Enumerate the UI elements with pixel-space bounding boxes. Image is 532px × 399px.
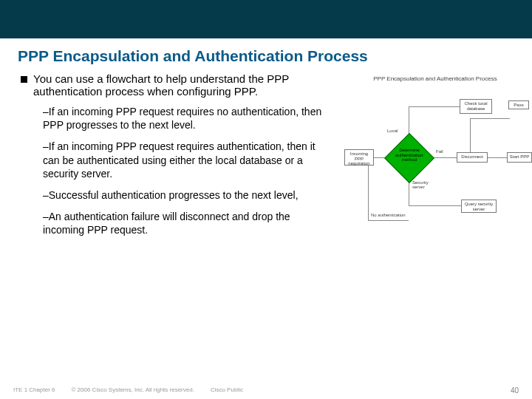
flow-line xyxy=(470,118,510,119)
label-fail: Fail xyxy=(436,149,443,154)
node-pass: Pass xyxy=(508,100,529,109)
flow-line xyxy=(486,157,508,158)
flowchart-diagram: PPP Encapsulation and Authentication Pro… xyxy=(338,72,532,309)
sub-bullet: –If an incoming PPP request requires aut… xyxy=(43,140,338,180)
label-local: Local xyxy=(387,129,398,133)
flow-line xyxy=(368,220,409,221)
diagram-title: PPP Encapsulation and Authentication Pro… xyxy=(338,72,532,86)
sub-bullet: –Successful authentication progresses to… xyxy=(43,188,338,202)
page-title: PPP Encapsulation and Authentication Pro… xyxy=(0,38,532,72)
footer-copyright: © 2006 Cisco Systems, Inc. All rights re… xyxy=(71,386,194,395)
footer: ITE 1 Chapter 6 © 2006 Cisco Systems, In… xyxy=(0,386,532,395)
content-area: You can use a flowchart to help understa… xyxy=(0,72,532,309)
sub-bullets: –If an incoming PPP request requires no … xyxy=(21,105,338,237)
text-column: You can use a flowchart to help understa… xyxy=(21,72,338,309)
node-determine-text: Determine authentication method xyxy=(389,148,430,163)
node-query-security: Query security server xyxy=(461,200,497,213)
node-start-ppp: Start PPP xyxy=(507,152,532,163)
flow-line xyxy=(368,166,369,220)
footer-public: Cisco Public xyxy=(211,386,243,395)
node-check-local: Check local database xyxy=(460,99,492,114)
flow-line xyxy=(409,106,460,107)
bullet-square-icon xyxy=(21,76,27,83)
page-number: 40 xyxy=(511,386,519,395)
node-disconnect: Disconnect xyxy=(457,152,488,163)
flow-line xyxy=(409,205,462,206)
flow-line xyxy=(409,106,409,118)
label-noauth: No authentication xyxy=(371,213,406,217)
node-incoming: Incoming PPP negotiation xyxy=(344,149,374,166)
main-bullet: You can use a flowchart to help understa… xyxy=(21,72,338,98)
label-security: Security server xyxy=(412,180,437,189)
header-bar xyxy=(0,0,532,38)
sub-bullet: –If an incoming PPP request requires no … xyxy=(43,105,338,132)
footer-chapter: ITE 1 Chapter 6 xyxy=(13,386,55,395)
sub-bullet: –An authentication failure will disconne… xyxy=(43,210,338,236)
main-bullet-text: You can use a flowchart to help understa… xyxy=(33,72,331,98)
